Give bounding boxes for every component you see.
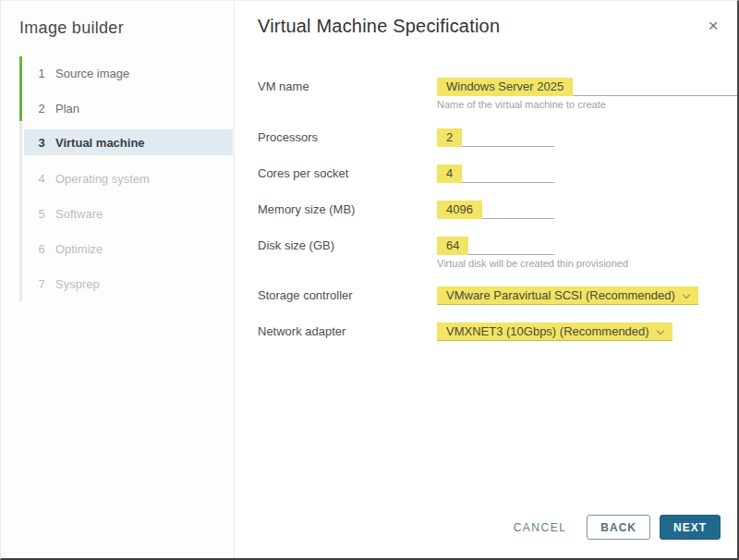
image-builder-dialog: Image builder 1 Source image 2 Plan 3 Vi… bbox=[0, 0, 739, 560]
network-adapter-label: Network adapter bbox=[258, 324, 345, 338]
step-progress-bar bbox=[19, 56, 22, 121]
step-label: Optimize bbox=[55, 242, 103, 256]
step-number: 1 bbox=[35, 67, 48, 80]
step-label: Plan bbox=[55, 102, 79, 116]
step-number: 5 bbox=[35, 207, 48, 221]
processors-input[interactable]: 2 bbox=[437, 128, 554, 147]
close-icon[interactable]: × bbox=[702, 15, 724, 37]
chevron-down-icon bbox=[683, 291, 690, 298]
disk-size-label: Disk size (GB) bbox=[258, 238, 334, 252]
cancel-button[interactable]: CANCEL bbox=[503, 515, 578, 540]
sidebar-step-optimize[interactable]: 6 Optimize bbox=[24, 236, 233, 262]
step-number: 3 bbox=[35, 136, 48, 150]
vm-name-input[interactable]: Windows Server 2025 bbox=[437, 78, 738, 96]
sidebar-step-operating-system[interactable]: 4 Operating system bbox=[24, 165, 233, 191]
sidebar-step-sysprep[interactable]: 7 Sysprep bbox=[24, 271, 233, 297]
network-adapter-value: VMXNET3 (10Gbps) (Recommended) bbox=[446, 324, 649, 338]
back-button[interactable]: BACK bbox=[587, 515, 650, 540]
sidebar-step-source-image[interactable]: 1 Source image bbox=[24, 60, 233, 86]
wizard-footer: CANCEL BACK NEXT bbox=[503, 515, 721, 540]
vm-name-helper: Name of the virtual machine to create bbox=[437, 99, 606, 110]
disk-size-value: 64 bbox=[437, 237, 468, 255]
wizard-sidebar: Image builder 1 Source image 2 Plan 3 Vi… bbox=[1, 1, 235, 558]
step-number: 6 bbox=[35, 242, 48, 256]
processors-value: 2 bbox=[437, 128, 462, 147]
chevron-down-icon bbox=[656, 327, 663, 335]
step-label: Virtual machine bbox=[55, 136, 145, 150]
step-label: Sysprep bbox=[55, 277, 100, 291]
step-progress-track bbox=[19, 56, 22, 301]
next-button[interactable]: NEXT bbox=[660, 515, 721, 540]
step-label: Operating system bbox=[55, 172, 150, 186]
memory-size-label: Memory size (MB) bbox=[258, 202, 355, 216]
cores-per-socket-label: Cores per socket bbox=[258, 166, 348, 180]
step-number: 4 bbox=[35, 172, 48, 186]
sidebar-step-plan[interactable]: 2 Plan bbox=[24, 95, 233, 121]
vm-name-value: Windows Server 2025 bbox=[437, 78, 573, 96]
sidebar-step-software[interactable]: 5 Software bbox=[24, 201, 233, 226]
wizard-title: Image builder bbox=[19, 18, 124, 38]
memory-size-value: 4096 bbox=[437, 201, 482, 219]
vm-name-label: VM name bbox=[258, 79, 309, 93]
step-label: Software bbox=[55, 207, 103, 221]
cores-per-socket-value: 4 bbox=[437, 164, 462, 183]
processors-label: Processors bbox=[258, 130, 318, 144]
storage-controller-value: VMware Paravirtual SCSI (Recommended) bbox=[446, 288, 675, 302]
network-adapter-select[interactable]: VMXNET3 (10Gbps) (Recommended) bbox=[437, 323, 672, 341]
memory-size-input[interactable]: 4096 bbox=[437, 201, 554, 219]
vm-specification-panel: Virtual Machine Specification × VM name … bbox=[235, 1, 737, 558]
page-title: Virtual Machine Specification bbox=[258, 16, 500, 37]
disk-size-helper: Virtual disk will be created thin provis… bbox=[437, 258, 628, 269]
storage-controller-label: Storage controller bbox=[258, 288, 353, 302]
step-label: Source image bbox=[55, 67, 129, 80]
storage-controller-select[interactable]: VMware Paravirtual SCSI (Recommended) bbox=[437, 286, 698, 305]
disk-size-input[interactable]: 64 bbox=[437, 237, 554, 255]
cores-per-socket-input[interactable]: 4 bbox=[437, 164, 554, 183]
step-number: 2 bbox=[35, 102, 48, 116]
step-number: 7 bbox=[35, 277, 48, 291]
sidebar-step-virtual-machine[interactable]: 3 Virtual machine bbox=[24, 129, 233, 155]
